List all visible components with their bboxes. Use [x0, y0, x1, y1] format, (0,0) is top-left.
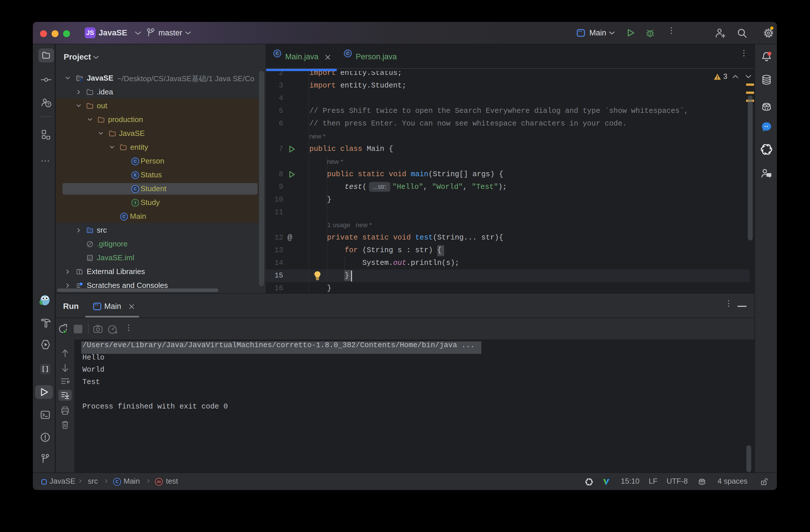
svg-text:?: ?	[47, 102, 49, 106]
